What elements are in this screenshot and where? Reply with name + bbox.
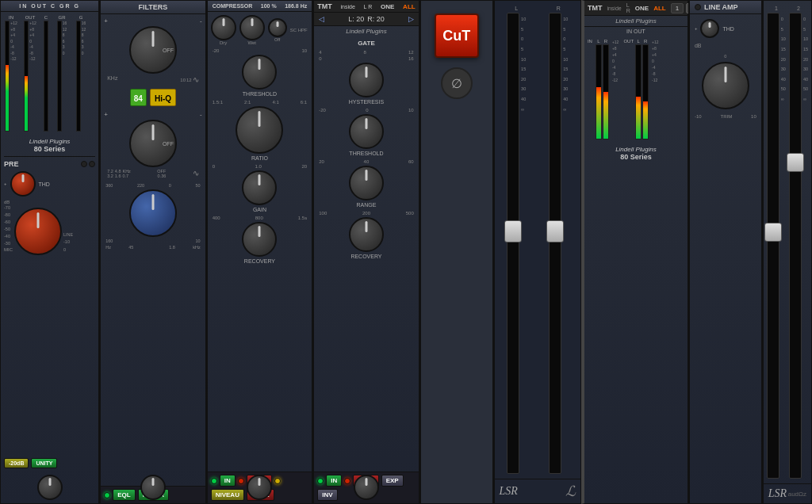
right-plug-series: 80 Series — [586, 153, 686, 161]
lsr-logo-right: LSR — [768, 487, 787, 500]
recovery-gate-knob[interactable] — [349, 217, 384, 252]
gate-fast-led — [344, 478, 350, 484]
thd-plus: + — [4, 181, 7, 186]
filters-bottom-knob[interactable] — [140, 475, 166, 500]
fader-left-thumb[interactable] — [504, 220, 522, 242]
ratio-label: RATIO — [251, 155, 268, 161]
lineamp-thd-knob[interactable] — [700, 19, 719, 38]
gain-label: GAIN — [253, 207, 266, 212]
threshold-gate-label: THRESHOLD — [349, 151, 383, 156]
mic-label: MIC — [4, 247, 13, 252]
tab1[interactable]: 1 — [671, 3, 684, 13]
audoz-logo: audΩz — [788, 491, 806, 498]
niveau-button[interactable]: NIVEAU — [211, 489, 244, 501]
comp-in-button[interactable]: IN — [220, 475, 236, 487]
fader-right-thumb[interactable] — [546, 220, 564, 242]
threshold-label: THRESHOLD — [243, 91, 277, 97]
threshold-knob[interactable] — [242, 55, 277, 90]
io-header: IN OUT C GR G — [1, 1, 98, 12]
eql-led — [104, 492, 110, 498]
thd-label: THD — [39, 181, 50, 187]
input-output-panel: IN OUT C GR G IN +12+8+40-4-8-12 OUT — [0, 0, 99, 504]
right-tmt-header: TMT inside L R ONE ALL 1 2 — [584, 1, 688, 16]
wet-label: Wet — [247, 40, 256, 45]
cut-button[interactable]: CuT — [435, 13, 479, 58]
lineamp-header: LINE AMP — [690, 1, 761, 14]
freq-knob[interactable] — [129, 189, 177, 237]
pre-led2 — [89, 161, 95, 167]
unity-button[interactable]: UNITY — [31, 458, 57, 468]
recovery-gate-label: RECOVERY — [350, 254, 381, 259]
lp-filter-knob[interactable]: OFF — [129, 120, 177, 167]
cut-panel: CuT ∅ — [419, 0, 493, 504]
right-fader2-thumb[interactable] — [787, 153, 804, 172]
lineamp-db-label: dB — [695, 43, 702, 48]
schpf-label: SC HPF — [290, 28, 308, 32]
tmt-gate-panel: TMT inside L R ONE ALL ◁ L: 20 R: 20 ▷ L… — [312, 0, 419, 504]
comp-fast-led — [238, 478, 244, 484]
threshold-gate-knob[interactable] — [349, 114, 384, 149]
recovery-knob-comp[interactable] — [242, 222, 277, 257]
pre-led1 — [81, 161, 87, 167]
eql-button[interactable]: EQL — [113, 489, 135, 501]
right-plug-name: Lindell Plugins — [586, 146, 686, 153]
lineamp-thd-label: THD — [722, 26, 733, 32]
filters-minus2: - — [200, 111, 202, 118]
gain-knob-comp[interactable] — [242, 170, 277, 205]
l-logo: ℒ — [565, 483, 576, 500]
hiq-label: Hi-Q — [155, 94, 171, 103]
right-io-header: IN OUT — [584, 27, 688, 36]
cut-label: CuT — [442, 28, 470, 44]
exp-button[interactable]: EXP — [381, 475, 404, 487]
tmt-header: TMT inside L R ONE ALL — [314, 1, 419, 13]
mix-label: Dry — [220, 40, 227, 45]
ratio-knob[interactable] — [236, 106, 283, 154]
hysteresis-knob[interactable] — [349, 63, 384, 97]
right-fader1-thumb[interactable] — [764, 223, 782, 242]
right-input-panel: TMT inside L R ONE ALL 1 2 Lindell Plugi… — [581, 0, 688, 504]
filters-minus1: - — [200, 17, 202, 25]
mix-knob[interactable] — [211, 15, 236, 40]
line-amp-panel: LINE AMP + THD dB 0 -10 TRIM 10 — [688, 0, 762, 504]
lsr-logo-left: LSR — [500, 485, 518, 498]
lr-right: ▷ — [408, 15, 414, 23]
range-label: RANGE — [357, 202, 377, 208]
pre-bottom-knob[interactable] — [37, 475, 63, 500]
comp-in-led — [211, 478, 217, 484]
lr-r-value: R: 20 — [367, 15, 385, 23]
filter-value: 84 — [134, 94, 143, 103]
niveau-led — [274, 478, 281, 484]
filters-plus1: + — [104, 17, 108, 25]
filters-panel: FILTERS + - OFF KHz 10 12 ∿ 84 — [99, 0, 206, 504]
wet-knob[interactable] — [239, 15, 265, 40]
lineamp-led — [695, 4, 701, 10]
filters-header: FILTERS — [101, 1, 205, 14]
filters-plus2: + — [104, 111, 108, 118]
hysteresis-label: HYSTERESIS — [349, 99, 384, 105]
faders-left-panel: L 105051015203040∞ R — [493, 0, 581, 504]
gate-label: GATE — [317, 40, 416, 47]
lr-left: ◁ — [319, 15, 324, 23]
right-faders-panel: 1 05101520304050∞ 2 05101520304050∞ — [762, 0, 812, 504]
recovery-label-comp: RECOVERY — [244, 258, 275, 264]
gain-knob-pre[interactable] — [14, 208, 62, 255]
tmt-bottom-knob[interactable] — [354, 475, 379, 500]
gate-in-led — [317, 478, 324, 484]
thd-knob[interactable] — [10, 171, 36, 197]
compressor-header: COMPRESSOR 100 % 186.8 Hz — [208, 1, 312, 12]
off-label: Off — [274, 37, 280, 42]
lineamp-gain-knob[interactable] — [702, 62, 749, 109]
inv-button[interactable]: INV — [317, 489, 337, 501]
phase-symbol: ∅ — [451, 76, 462, 91]
minus20db-button[interactable]: -20dB — [4, 458, 29, 468]
khz-label1: KHz — [107, 75, 117, 84]
compressor-panel: COMPRESSOR 100 % 186.8 Hz Dry Wet Off SC… — [206, 0, 313, 504]
hp-filter-knob[interactable]: OFF — [129, 26, 177, 74]
schpf-knob[interactable] — [268, 18, 287, 37]
range-knob[interactable] — [349, 166, 384, 200]
gate-in-button[interactable]: IN — [326, 475, 342, 487]
lineamp-thd-plus: + — [695, 26, 698, 31]
lr-l-value: L: 20 — [348, 15, 364, 23]
plug-name-left: Lindell Plugins — [2, 138, 97, 145]
phase-button[interactable]: ∅ — [441, 67, 473, 99]
